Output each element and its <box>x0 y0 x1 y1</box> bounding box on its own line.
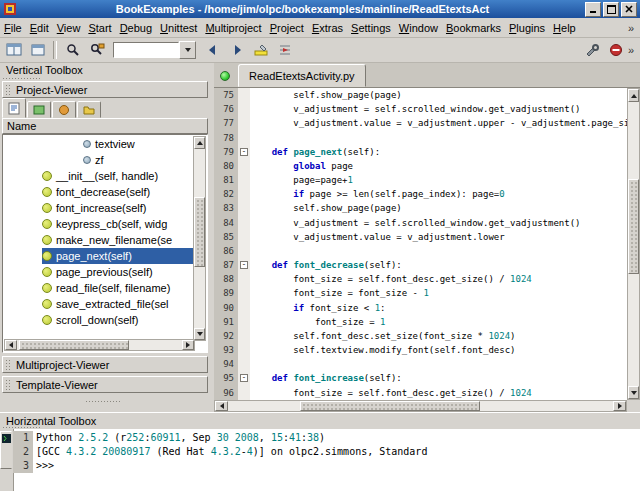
tab-others[interactable] <box>77 101 101 118</box>
line-number[interactable]: 82 <box>214 187 238 201</box>
bottom-splitter-handle[interactable] <box>85 400 121 404</box>
tab-forms[interactable] <box>27 101 51 118</box>
quicksearch-dropdown-button[interactable] <box>179 41 196 59</box>
scrollbar-right-button[interactable] <box>613 401 626 411</box>
line-number[interactable]: 87 <box>214 258 238 272</box>
code-line[interactable]: 84 v_adjustment = self.scrolled_window.g… <box>214 216 627 230</box>
tree-horizontal-scrollbar[interactable] <box>4 339 195 351</box>
code-text[interactable]: self.show_page(page) <box>250 201 627 215</box>
line-number[interactable]: 90 <box>214 301 238 315</box>
menu-extras[interactable]: Extras <box>308 20 347 36</box>
multiproject-viewer-header[interactable]: Multiproject-Viewer <box>2 356 208 373</box>
search-backward-icon[interactable] <box>201 39 224 61</box>
menu-file[interactable]: File <box>0 20 26 36</box>
search-icon[interactable] <box>61 39 84 61</box>
code-line[interactable]: 88 font_size = self.font_desc.get_size()… <box>214 272 627 286</box>
code-text[interactable]: def page_next(self): <box>250 145 627 159</box>
menu-settings[interactable]: Settings <box>347 20 395 36</box>
shell-panel[interactable]: 1Python 2.5.2 (r252:60911, Sep 30 2008, … <box>0 429 640 491</box>
menu-debug[interactable]: Debug <box>116 20 156 36</box>
line-number[interactable]: 95 <box>214 371 238 385</box>
menu-overflow-icon[interactable] <box>628 22 640 34</box>
code-line[interactable]: 96 font_size = self.font_desc.get_size()… <box>214 386 627 400</box>
scrollbar-thumb[interactable] <box>194 197 205 267</box>
tree-item[interactable]: page_next(self) <box>4 248 195 264</box>
menu-bookmarks[interactable]: Bookmarks <box>442 20 505 36</box>
tree-item[interactable]: make_new_filename(se <box>4 232 195 248</box>
tree-item[interactable]: read_file(self, filename) <box>4 280 195 296</box>
line-number[interactable]: 80 <box>214 159 238 173</box>
scrollbar-up-button[interactable] <box>628 89 639 102</box>
code-editor[interactable]: 75 self.show_page(page)76 v_adjustment =… <box>214 88 627 400</box>
menu-plugins[interactable]: Plugins <box>505 20 549 36</box>
line-number[interactable]: 83 <box>214 201 238 215</box>
menu-project[interactable]: Project <box>266 20 308 36</box>
line-number[interactable]: 91 <box>214 315 238 329</box>
tree-item[interactable]: textview <box>4 136 195 152</box>
tree-item[interactable]: keypress_cb(self, widg <box>4 216 195 232</box>
code-text[interactable]: v_adjustment = self.scrolled_window.get_… <box>250 216 627 230</box>
code-line[interactable]: 89 font_size = font_size - 1 <box>214 286 627 300</box>
code-text[interactable]: if font_size < 1: <box>250 301 627 315</box>
code-line[interactable]: 76 v_adjustment = self.scrolled_window.g… <box>214 102 627 116</box>
code-text[interactable]: font_size = font_size - 1 <box>250 286 627 300</box>
code-line[interactable]: 86 <box>214 244 627 258</box>
toolbar-overflow-icon[interactable] <box>628 44 640 56</box>
code-line[interactable]: 92 self.font_desc.set_size(font_size * 1… <box>214 329 627 343</box>
line-number[interactable]: 93 <box>214 343 238 357</box>
menu-window[interactable]: Window <box>395 20 442 36</box>
template-viewer-header[interactable]: Template-Viewer <box>2 376 208 393</box>
code-line[interactable]: 78 <box>214 131 627 145</box>
line-number[interactable]: 78 <box>214 131 238 145</box>
code-line[interactable]: 94 <box>214 357 627 371</box>
minimize-button[interactable] <box>585 2 601 17</box>
menu-start[interactable]: Start <box>84 20 115 36</box>
code-line[interactable]: 93 self.textview.modify_font(self.font_d… <box>214 343 627 357</box>
code-text[interactable] <box>250 244 627 258</box>
code-text[interactable]: v_adjustment.value = v_adjustment.upper … <box>250 116 627 130</box>
scrollbar-thumb[interactable] <box>19 340 129 350</box>
code-text[interactable]: self.show_page(page) <box>250 88 627 102</box>
code-text[interactable]: font_size = self.font_desc.get_size() / … <box>250 272 627 286</box>
tab-resources[interactable] <box>52 101 76 118</box>
code-line[interactable]: 80 global page <box>214 159 627 173</box>
scrollbar-up-button[interactable] <box>194 137 205 149</box>
tree-item[interactable]: page_previous(self) <box>4 264 195 280</box>
code-line[interactable]: 83 self.show_page(page) <box>214 201 627 215</box>
line-number[interactable]: 75 <box>214 88 238 102</box>
tree-column-header-name[interactable]: Name <box>2 118 208 134</box>
code-line[interactable]: 90 if font_size < 1: <box>214 301 627 315</box>
split-view-icon[interactable] <box>2 39 25 61</box>
code-text[interactable]: page=page+1 <box>250 173 627 187</box>
code-line[interactable]: 95- def font_increase(self): <box>214 371 627 385</box>
maximize-button[interactable] <box>603 2 619 17</box>
fold-marker[interactable]: - <box>240 261 248 269</box>
search-forward-icon[interactable] <box>225 39 248 61</box>
fold-marker[interactable]: - <box>240 374 248 382</box>
code-text[interactable]: def font_decrease(self): <box>250 258 627 272</box>
line-number[interactable]: 81 <box>214 173 238 187</box>
tree-item[interactable]: save_extracted_file(sel <box>4 296 195 312</box>
scrollbar-right-button[interactable] <box>182 340 194 350</box>
line-number[interactable]: 79 <box>214 145 238 159</box>
tree-item[interactable]: scroll_down(self) <box>4 312 195 328</box>
line-number[interactable]: 86 <box>214 244 238 258</box>
code-text[interactable]: font_size = self.font_desc.get_size() / … <box>250 386 627 400</box>
search-replace-icon[interactable] <box>85 39 108 61</box>
line-number[interactable]: 88 <box>214 272 238 286</box>
fold-marker[interactable]: - <box>240 148 248 156</box>
code-line[interactable]: 82 if page >= len(self.page_index): page… <box>214 187 627 201</box>
window-icon[interactable] <box>26 39 49 61</box>
tree-item[interactable]: font_increase(self) <box>4 200 195 216</box>
code-text[interactable]: v_adjustment.value = v_adjustment.lower <box>250 230 627 244</box>
menu-edit[interactable]: Edit <box>26 20 53 36</box>
scrollbar-left-button[interactable] <box>215 401 228 411</box>
code-line[interactable]: 77 v_adjustment.value = v_adjustment.upp… <box>214 116 627 130</box>
tree-item[interactable]: __init__(self, handle) <box>4 168 195 184</box>
scrollbar-thumb[interactable] <box>628 179 639 274</box>
highlight-icon[interactable] <box>249 39 272 61</box>
project-tree[interactable]: textviewzf__init__(self, handle)font_dec… <box>2 134 208 353</box>
code-text[interactable]: self.font_desc.set_size(font_size * 1024… <box>250 329 627 343</box>
code-line[interactable]: 75 self.show_page(page) <box>214 88 627 102</box>
tools-icon[interactable] <box>580 39 603 61</box>
